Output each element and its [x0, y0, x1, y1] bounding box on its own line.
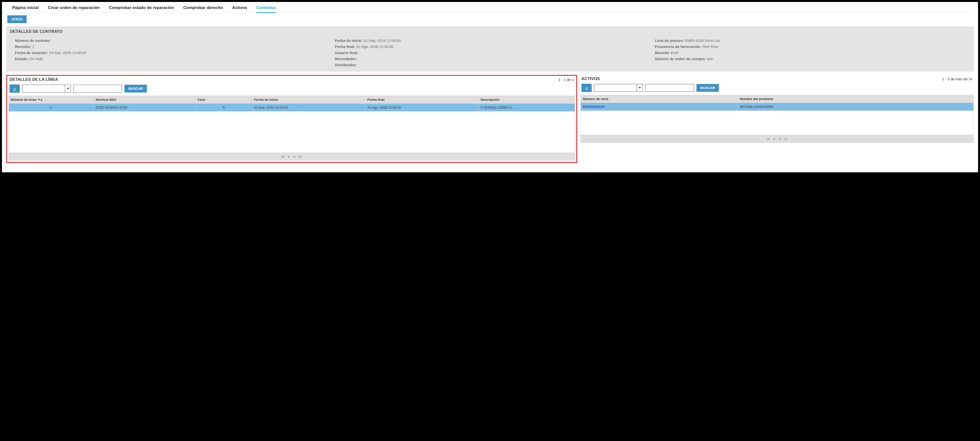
sort-icon: [38, 98, 43, 101]
price-list-value: EMEA EUR Price List: [685, 38, 720, 43]
currency-label: Moneda:: [655, 51, 670, 55]
status-value: On Hold: [29, 57, 43, 61]
po-number-label: Número de orden de compra:: [655, 57, 706, 61]
nav-tabs: Página inicial Crear orden de reparación…: [6, 5, 974, 13]
page-next-icon[interactable]: [778, 137, 782, 141]
line-details-title: DETALLES DE LA LÍNEA: [10, 77, 58, 82]
back-button[interactable]: ATRÁS: [7, 15, 27, 23]
contract-number-label: Número de contrato:: [15, 38, 51, 43]
price-list-label: Lista de precios:: [655, 38, 684, 43]
assets-section: ACTIVOS 1 - 3 de más de 3+ BUSCAR: [581, 75, 974, 163]
billing-freq-value: One Time: [702, 44, 718, 49]
assets-pager: [581, 135, 974, 143]
line-details-range: 1 - 1 de 1: [558, 78, 574, 82]
line-details-section: DETALLES DE LA LÍNEA 1 - 1 de 1 BUSCAR: [6, 75, 577, 163]
line-search-input[interactable]: [73, 85, 122, 92]
contract-details-grid: Número de contrato: Revisión: 1 Fecha de…: [10, 36, 970, 68]
col-line-number[interactable]: Número de línea: [9, 96, 94, 104]
line-toolbar: BUSCAR: [8, 84, 575, 93]
distributor-label: Distribuidor:: [335, 63, 357, 67]
app-window: Página inicial Crear orden de reparación…: [2, 2, 978, 172]
page-prev-icon[interactable]: [287, 155, 290, 159]
contract-details-panel: DETALLES DE CONTRATO Número de contrato:…: [6, 27, 974, 71]
assets-filter-select[interactable]: [594, 84, 643, 92]
cell-end: 31-Ago.-2026 12:00:00: [365, 104, 479, 111]
line-search-button[interactable]: BUSCAR: [124, 85, 147, 92]
assets-toolbar: BUSCAR: [581, 84, 974, 92]
page-next-icon[interactable]: [293, 155, 296, 159]
revision-label: Revisión:: [15, 44, 32, 49]
cell-desc: 2 YEAR(S) ZEBRA O...: [479, 104, 575, 111]
currency-value: EUR: [671, 51, 679, 55]
start-date-value: 01-Sep.-2024 12:00:00: [363, 38, 401, 43]
page-first-icon[interactable]: [767, 137, 770, 141]
revision-value: 1: [32, 44, 34, 49]
contract-details-title: DETALLES DE CONTRATO: [10, 29, 970, 34]
assets-range: 1 - 3 de más de 3+: [942, 77, 973, 81]
cell-sku: Z1RE-MC93XX-2C00: [94, 104, 196, 111]
chevron-down-icon[interactable]: [637, 84, 643, 92]
col-sku[interactable]: Servicio SKU: [94, 96, 196, 104]
assets-title: ACTIVOS: [581, 76, 600, 81]
line-table-body-spacer: [8, 111, 575, 153]
status-label: Estado:: [15, 57, 28, 61]
page-prev-icon[interactable]: [772, 137, 776, 141]
line-pager: [8, 153, 575, 161]
contract-col-1: Número de contrato: Revisión: 1 Fecha de…: [15, 38, 330, 68]
download-button[interactable]: [10, 84, 20, 93]
assets-table-body-spacer: [581, 111, 974, 135]
end-date-label: Fecha final:: [335, 44, 355, 49]
assets-download-button[interactable]: [581, 84, 592, 92]
col-start[interactable]: Fecha de inicio: [252, 96, 365, 104]
page-last-icon[interactable]: [299, 155, 302, 159]
tab-check-entitlement[interactable]: Comprobar derecho: [183, 5, 223, 11]
po-number-value: test: [707, 57, 713, 61]
back-row: ATRÁS: [6, 13, 974, 23]
tab-assets[interactable]: Activos: [232, 5, 247, 11]
contract-col-3: Lista de precios: EMEA EUR Price List Fr…: [655, 38, 970, 68]
tab-contracts[interactable]: Contratos: [256, 5, 276, 13]
line-table: Número de línea Servicio SKU Cant. Fecha…: [8, 96, 575, 111]
table-row[interactable]: XXXXXXXXXX MC930B-GSHDG4RW: [581, 103, 974, 111]
col-qty[interactable]: Cant.: [196, 96, 252, 104]
cell-qty: 5: [196, 104, 252, 111]
creation-date-label: Fecha de creación:: [15, 51, 48, 55]
cell-line-no: 1: [9, 104, 94, 111]
start-date-label: Fecha de inicio:: [335, 38, 363, 43]
download-icon: [585, 86, 589, 90]
cell-serial[interactable]: XXXXXXXXXX: [581, 103, 738, 111]
page-last-icon[interactable]: [784, 137, 788, 141]
end-date-value: 31-Ago.-2026 12:00:00: [356, 44, 393, 49]
col-desc[interactable]: Descripción: [479, 96, 575, 104]
chevron-down-icon[interactable]: [65, 85, 71, 92]
page-first-icon[interactable]: [281, 155, 285, 159]
tab-home[interactable]: Página inicial: [12, 5, 39, 11]
reseller-label: Revendedor:: [335, 57, 357, 61]
end-user-label: Usuario final:: [335, 51, 358, 55]
cell-start: 01-Sep.-2024 12:00:00: [252, 104, 365, 111]
billing-freq-label: Frecuencia de facturación:: [655, 44, 701, 49]
assets-search-input[interactable]: [645, 84, 694, 92]
content-row: DETALLES DE LA LÍNEA 1 - 1 de 1 BUSCAR: [6, 75, 974, 163]
contract-col-2: Fecha de inicio: 01-Sep.-2024 12:00:00 F…: [335, 38, 650, 68]
tab-create-repair[interactable]: Crear orden de reparación: [48, 5, 100, 11]
line-filter-select[interactable]: [22, 85, 71, 92]
col-serial[interactable]: Número de serie: [581, 95, 738, 103]
creation-date-value: 13-Sep.-2024 12:00:00: [49, 51, 86, 55]
table-row[interactable]: 1 Z1RE-MC93XX-2C00 5 01-Sep.-2024 12:00:…: [9, 104, 575, 111]
cell-product: MC930B-GSHDG4RW: [738, 103, 974, 111]
tab-check-repair-status[interactable]: Comprobar estado de reparación: [109, 5, 174, 11]
col-product[interactable]: Nombre del producto: [738, 95, 974, 103]
assets-table: Número de serie Nombre del producto XXXX…: [581, 95, 974, 111]
download-icon: [13, 87, 17, 90]
assets-search-button[interactable]: BUSCAR: [697, 84, 719, 92]
col-end[interactable]: Fecha final: [365, 96, 479, 104]
